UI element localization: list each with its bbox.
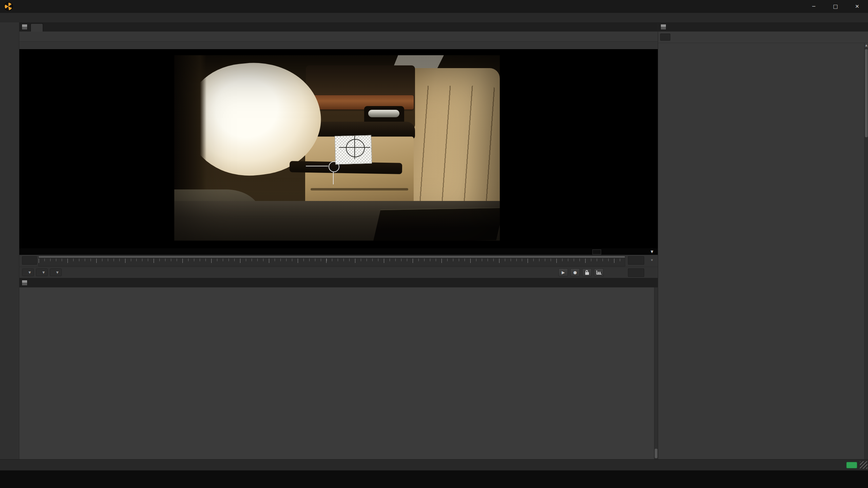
color-swatch (592, 249, 601, 255)
pane-menu-icon[interactable] (22, 24, 27, 30)
range-end-field[interactable] (628, 256, 644, 265)
chevron-down-icon[interactable]: ▼ (651, 250, 653, 253)
range-mode-select[interactable]: ▼ (50, 268, 62, 276)
properties-tab-row (658, 22, 868, 32)
scroll-thumb[interactable] (655, 449, 657, 458)
viewer-gain-gamma-row (19, 42, 658, 49)
lock-range-icon[interactable] (582, 268, 592, 277)
render-dot-icon[interactable]: ● (570, 268, 580, 277)
nodes-toolbar (0, 22, 19, 460)
max-panels-field[interactable] (660, 34, 670, 41)
viewer-info-bar: ▼ (19, 248, 658, 255)
window-controls: ─□✕ (803, 0, 868, 13)
timeline-zoom-bar[interactable] (39, 256, 625, 258)
status-bar (0, 459, 868, 470)
maximize-button[interactable]: □ (825, 0, 846, 13)
properties-toolbar (658, 32, 868, 43)
close-button[interactable]: ✕ (846, 0, 868, 13)
pane-collapse-icon[interactable]: » (649, 259, 654, 261)
render-progress-icon[interactable] (594, 268, 604, 277)
properties-panels-area (658, 43, 864, 460)
ruler-major-ticks (39, 259, 625, 263)
frame-ruler[interactable] (38, 256, 625, 266)
scroll-up-icon[interactable]: ▲ (865, 43, 868, 48)
range-start-field[interactable] (22, 256, 37, 265)
dock-tab-row (19, 278, 658, 287)
viewer-and-graph-column: ▼ » ▼ ▼ ▼ ▶ ● (19, 22, 658, 460)
tf-select[interactable]: ▼ (36, 268, 48, 276)
tab-viewer1[interactable] (31, 23, 43, 32)
minimize-button[interactable]: ─ (803, 0, 825, 13)
resize-grip[interactable] (860, 461, 867, 469)
viewer-toolbar (19, 32, 658, 42)
scroll-thumb[interactable] (865, 49, 868, 137)
fps-select[interactable]: ▼ (22, 268, 34, 276)
node-graph-vscrollbar[interactable] (654, 287, 658, 460)
menu-bar (0, 13, 868, 23)
title-bar: ─□✕ (0, 0, 868, 13)
windows-taskbar (0, 470, 868, 488)
node-graph[interactable] (19, 287, 658, 460)
pane-menu-icon[interactable] (22, 280, 27, 286)
properties-panel: ▲ (658, 22, 868, 460)
nuke-app-icon (4, 2, 13, 11)
flipbook-icon[interactable]: ▶ (558, 268, 568, 277)
timeline: » (19, 255, 658, 267)
viewer-tab-row (19, 22, 658, 32)
car-vignette (174, 55, 500, 241)
status-ok-badge (846, 462, 857, 468)
playback-end-field[interactable] (628, 268, 644, 277)
viewer-canvas[interactable] (19, 49, 658, 248)
transport-controls: ▼ ▼ ▼ ▶ ● (19, 267, 658, 278)
viewer-image-car-interior (174, 55, 500, 241)
pane-menu-icon[interactable] (660, 24, 666, 30)
properties-vscrollbar[interactable]: ▲ (864, 43, 868, 460)
nuke-application-window: ─□✕ (0, 0, 868, 488)
